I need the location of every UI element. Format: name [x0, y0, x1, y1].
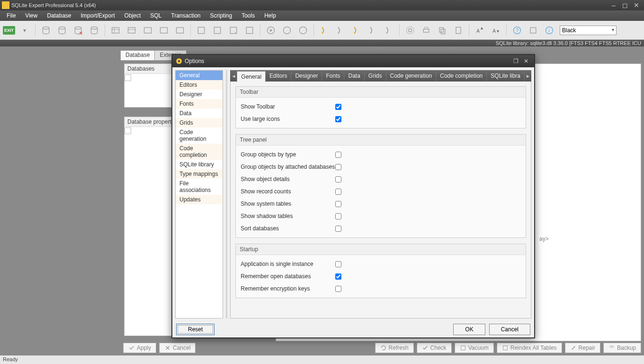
db-open-icon[interactable]: [54, 23, 70, 37]
db-new-icon[interactable]: [38, 23, 54, 37]
maximize-button[interactable]: ◻: [619, 1, 631, 9]
menu-help[interactable]: Help: [259, 11, 281, 20]
dialog-tab-fonts[interactable]: Fonts: [322, 71, 344, 81]
dialog-restore-button[interactable]: ❐: [510, 57, 521, 65]
update-icon[interactable]: [526, 23, 541, 37]
menu-importexport[interactable]: Import/Export: [76, 11, 120, 20]
tab-database[interactable]: Database: [120, 50, 155, 61]
category-code-generation[interactable]: Code generation: [176, 127, 223, 144]
info-icon[interactable]: i: [542, 23, 557, 37]
pause-icon[interactable]: [295, 23, 311, 37]
category-editors[interactable]: Editors: [176, 80, 223, 90]
tab-scroll-left-icon[interactable]: ◄: [230, 73, 237, 79]
category-type-mappings[interactable]: Type mappings: [176, 169, 223, 179]
paste-icon[interactable]: [451, 23, 466, 37]
checkbox-show-object-details[interactable]: [335, 176, 341, 182]
category-general[interactable]: General: [176, 71, 223, 80]
apply-button[interactable]: Apply: [123, 343, 156, 353]
theme-combo[interactable]: Black: [560, 26, 617, 35]
category-updates[interactable]: Updates: [176, 195, 223, 204]
db-refresh-icon[interactable]: [87, 23, 102, 37]
check-button[interactable]: Check: [417, 343, 452, 353]
dialog-close-button[interactable]: ✕: [521, 57, 531, 65]
vacuum-button-label: Vacuum: [468, 345, 489, 351]
dialog-right-pane: ◄ GeneralEditorsDesignerFontsDataGridsCo…: [230, 70, 531, 318]
font-increase-icon[interactable]: A▴: [472, 23, 487, 37]
index-new-icon[interactable]: [156, 23, 171, 37]
checkbox-application-is-single-instance[interactable]: [335, 261, 341, 267]
checkbox-sort-databases[interactable]: [335, 226, 341, 232]
checkbox-show-system-tables[interactable]: [335, 201, 341, 207]
dialog-splitter[interactable]: [226, 70, 227, 318]
menu-object[interactable]: Object: [120, 11, 146, 20]
step-icon[interactable]: [279, 23, 295, 37]
svg-text:i: i: [548, 28, 549, 33]
script-saveas-icon[interactable]: [365, 23, 380, 37]
category-sqlite-library[interactable]: SQLite library: [176, 160, 223, 169]
checkbox-show-shadow-tables[interactable]: [335, 213, 341, 219]
cancel-button[interactable]: Cancel: [159, 343, 196, 353]
options-icon[interactable]: [402, 23, 418, 37]
checkbox-show-toolbar[interactable]: [335, 104, 341, 110]
dialog-tab-data[interactable]: Data: [344, 71, 364, 81]
menu-transaction[interactable]: Transaction: [166, 11, 205, 20]
dialog-tab-code-completion[interactable]: Code completion: [436, 71, 487, 81]
dialog-tab-sqlite-libra[interactable]: SQLite libra: [487, 71, 525, 81]
script-close-icon[interactable]: [381, 23, 396, 37]
copy-icon[interactable]: [435, 23, 450, 37]
category-fonts[interactable]: Fonts: [176, 99, 223, 109]
dialog-cancel-button[interactable]: Cancel: [489, 324, 530, 335]
menu-view[interactable]: View: [20, 11, 42, 20]
script-save-icon[interactable]: [349, 23, 364, 37]
stop-script-icon[interactable]: [242, 23, 257, 37]
category-designer[interactable]: Designer: [176, 90, 223, 99]
toolbar-dropdown-icon[interactable]: ▾: [17, 23, 32, 37]
dialog-tab-general[interactable]: General: [237, 71, 266, 82]
menu-scripting[interactable]: Scripting: [206, 11, 237, 20]
trigger-new-icon[interactable]: [172, 23, 188, 37]
exit-button[interactable]: EXIT: [3, 26, 15, 35]
category-data[interactable]: Data: [176, 109, 223, 118]
category-list[interactable]: GeneralEditorsDesignerFontsDataGridsCode…: [175, 70, 223, 318]
execute-script-icon[interactable]: [226, 23, 241, 37]
dialog-tab-designer[interactable]: Designer: [291, 71, 322, 81]
script-open-icon[interactable]: [333, 23, 348, 37]
font-decrease-icon[interactable]: A▾: [488, 23, 503, 37]
reset-button[interactable]: Reset: [176, 324, 215, 335]
menu-tools[interactable]: Tools: [237, 11, 259, 20]
checkbox-show-record-counts[interactable]: [335, 189, 341, 195]
menu-file[interactable]: File: [2, 11, 20, 20]
reindex-button[interactable]: Reindex All Tables: [497, 343, 562, 353]
category-file-associations[interactable]: File associations: [176, 179, 223, 195]
checkbox-use-large-icons[interactable]: [335, 116, 341, 122]
view-new-icon[interactable]: [140, 23, 155, 37]
help-icon[interactable]: ?: [510, 23, 525, 37]
checkbox-group-objects-by-attached-databases[interactable]: [335, 164, 341, 170]
sql-editor-icon[interactable]: [194, 23, 209, 37]
dialog-tab-grids[interactable]: Grids: [365, 71, 386, 81]
print-icon[interactable]: [419, 23, 434, 37]
repair-button[interactable]: Repair: [565, 343, 600, 353]
backup-button[interactable]: Backup: [603, 343, 641, 353]
play-icon[interactable]: [263, 23, 278, 37]
dialog-tab-code-generation[interactable]: Code generation: [386, 71, 437, 81]
category-code-completion[interactable]: Code completion: [176, 144, 223, 160]
table-new-icon[interactable]: [108, 23, 123, 37]
checkbox-remember-open-databases[interactable]: [335, 273, 341, 280]
sql-history-icon[interactable]: [210, 23, 225, 37]
minimize-button[interactable]: –: [608, 1, 619, 9]
ok-button[interactable]: OK: [453, 324, 485, 335]
script-new-icon[interactable]: [317, 23, 332, 37]
table-delete-icon[interactable]: [124, 23, 139, 37]
checkbox-remember-encryption-keys[interactable]: [335, 286, 341, 292]
category-grids[interactable]: Grids: [176, 118, 223, 127]
close-button[interactable]: ✕: [631, 1, 642, 9]
refresh-button[interactable]: Refresh: [375, 343, 414, 353]
tab-scroll-right-icon[interactable]: ►: [525, 73, 531, 79]
db-remove-icon[interactable]: [71, 23, 86, 37]
menu-sql[interactable]: SQL: [145, 11, 166, 20]
dialog-tab-editors[interactable]: Editors: [266, 71, 291, 81]
checkbox-group-objects-by-type[interactable]: [335, 152, 341, 158]
menu-database[interactable]: Database: [42, 11, 76, 20]
vacuum-button[interactable]: Vacuum: [455, 343, 494, 353]
